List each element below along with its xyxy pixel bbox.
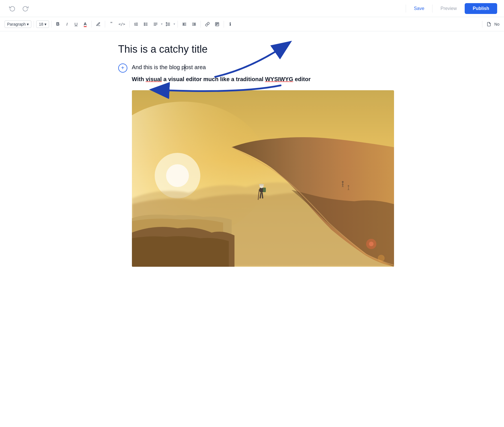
divider-2 — [432, 5, 432, 13]
font-color-button[interactable]: A — [81, 20, 89, 28]
paragraph-chevron: ▾ — [27, 22, 29, 26]
pen-button[interactable] — [94, 21, 103, 28]
editor-image — [132, 90, 394, 267]
editor-title[interactable]: This is a catchy title — [118, 43, 386, 56]
tb-div-9 — [482, 21, 482, 28]
top-bar: Save Preview Publish — [0, 0, 504, 17]
indent-left-button[interactable] — [180, 21, 189, 28]
link-button[interactable] — [203, 21, 212, 28]
font-size-chevron: ▾ — [44, 22, 46, 26]
publish-button[interactable]: Publish — [465, 3, 497, 14]
blockquote-button[interactable]: " — [107, 20, 115, 28]
font-size-label: 18 — [39, 22, 43, 26]
paragraph-select[interactable]: Paragraph ▾ — [5, 20, 31, 28]
svg-rect-22 — [215, 22, 219, 26]
undo-button[interactable] — [7, 4, 18, 13]
body-bold-visual: visual — [146, 76, 162, 82]
desert-image — [132, 90, 394, 267]
svg-rect-24 — [218, 23, 218, 24]
divider-1 — [406, 5, 406, 13]
embed-button[interactable] — [213, 21, 221, 28]
body-line-1[interactable]: And this is the blog post area — [132, 63, 206, 71]
tb-div-2 — [51, 21, 52, 28]
body-bold-prefix: With — [132, 76, 146, 82]
svg-point-6 — [144, 23, 145, 23]
body-text-before-cursor: And this is the blog p — [132, 64, 185, 70]
notes-label: No — [494, 22, 499, 26]
add-block-button[interactable]: + — [118, 63, 127, 73]
notes-button[interactable] — [485, 21, 493, 28]
tb-div-4 — [105, 21, 105, 28]
toolbar-right: No — [481, 21, 499, 28]
body-text-after-cursor: ost area — [185, 64, 206, 70]
info-button[interactable]: ℹ — [226, 20, 234, 28]
tb-div-5 — [129, 21, 130, 28]
ordered-list-button[interactable] — [132, 21, 140, 28]
indent-right-button[interactable] — [190, 21, 198, 28]
paragraph-label: Paragraph — [7, 22, 26, 26]
redo-button[interactable] — [20, 4, 31, 13]
code-button[interactable]: </> — [117, 21, 127, 27]
align-chevron: ▾ — [161, 22, 163, 26]
bold-button[interactable]: B — [54, 20, 62, 28]
tb-div-1 — [34, 21, 34, 28]
body-line-2[interactable]: With visual a visual editor much like a … — [132, 75, 386, 83]
tb-div-6 — [177, 21, 178, 28]
tb-div-7 — [201, 21, 201, 28]
line-height-button[interactable] — [164, 21, 172, 28]
italic-button[interactable]: I — [63, 20, 71, 28]
line-height-chevron: ▾ — [174, 22, 175, 26]
body-bold-middle: a visual editor much like a traditional — [162, 76, 265, 82]
tb-div-8 — [224, 21, 224, 28]
svg-rect-49 — [132, 90, 394, 267]
svg-rect-23 — [216, 23, 217, 25]
underline-button[interactable]: U — [72, 20, 80, 28]
save-button[interactable]: Save — [411, 4, 428, 13]
svg-point-8 — [144, 25, 145, 26]
formatting-toolbar: Paragraph ▾ 18 ▾ B I U A " </> ▾ ▾ — [0, 17, 504, 31]
tb-div-3 — [91, 21, 92, 28]
editor-area: This is a catchy title + And this is the… — [95, 31, 409, 278]
unordered-list-button[interactable] — [142, 21, 150, 28]
body-bold-suffix: editor — [293, 76, 311, 82]
align-button[interactable] — [151, 21, 160, 28]
svg-point-7 — [144, 24, 145, 24]
preview-button[interactable]: Preview — [437, 4, 460, 13]
top-bar-history — [7, 4, 31, 13]
content-row-1: + And this is the blog post area — [118, 63, 386, 73]
body-bold-wysiwyg: WYSIWYG — [265, 76, 293, 82]
font-size-select[interactable]: 18 ▾ — [36, 20, 49, 28]
